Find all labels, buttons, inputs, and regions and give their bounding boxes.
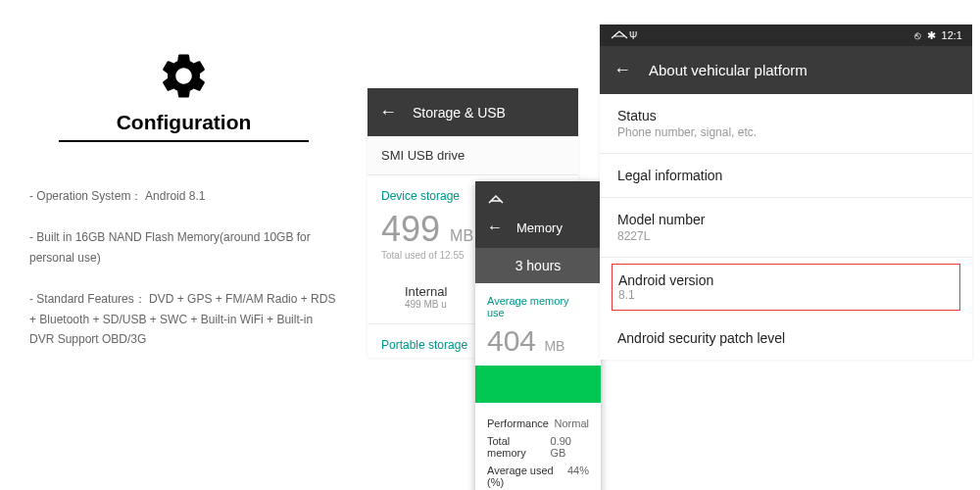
storage-header: ← Storage & USB	[368, 88, 578, 136]
config-item: - Built in 16GB NAND Flash Memory(around…	[29, 227, 338, 268]
android-version-highlight[interactable]: Android version 8.1	[612, 264, 960, 311]
gear-icon	[157, 49, 211, 103]
patch-item[interactable]: Android security patch level	[600, 317, 972, 360]
back-icon[interactable]: ←	[379, 102, 397, 122]
status-item[interactable]: Status Phone number, signal, etc.	[600, 94, 972, 154]
memory-value: 404 MB	[487, 324, 589, 358]
memory-screenshot: ← Memory 3 hours Average memory use 404 …	[475, 181, 601, 490]
storage-title: Storage & USB	[413, 105, 506, 121]
performance-list: PerformanceNormal Total memory0.90 GB Av…	[475, 415, 601, 490]
memory-bar	[475, 366, 601, 403]
clock-text: 12:1	[942, 29, 962, 41]
about-header: ← About vehicular platform	[600, 46, 972, 94]
config-title: Configuration	[59, 111, 309, 142]
perf-row: PerformanceNormal	[475, 415, 601, 432]
hours-selector[interactable]: 3 hours	[475, 248, 601, 283]
config-item: - Operation System： Android 8.1	[29, 186, 338, 206]
perf-row: Total memory0.90 GB	[475, 432, 601, 462]
back-icon[interactable]: ←	[487, 219, 503, 236]
usb-icon: Ψ	[629, 30, 637, 41]
perf-row: Average used (%)44%	[475, 462, 601, 490]
memory-title-row: ← Memory	[475, 219, 601, 248]
legal-item[interactable]: Legal information	[600, 154, 972, 198]
back-icon[interactable]: ←	[613, 60, 631, 80]
location-icon: ⎋	[914, 29, 921, 41]
usb-drive-row[interactable]: SMI USB drive	[368, 136, 578, 175]
config-panel: Configuration - Operation System： Androi…	[0, 0, 368, 490]
memory-header	[475, 181, 601, 219]
about-screenshot: Ψ ⎋ ✱ 12:1 ← About vehicular platform St…	[600, 24, 972, 360]
home-icon	[487, 193, 505, 207]
model-item[interactable]: Model number 8227L	[600, 198, 972, 258]
bluetooth-icon: ✱	[927, 29, 936, 42]
config-item: - Standard Features： DVD + GPS + FM/AM R…	[29, 289, 338, 349]
status-bar: Ψ ⎋ ✱ 12:1	[600, 24, 972, 46]
avg-memory-label: Average memory use	[487, 295, 589, 318]
home-icon	[610, 29, 629, 41]
